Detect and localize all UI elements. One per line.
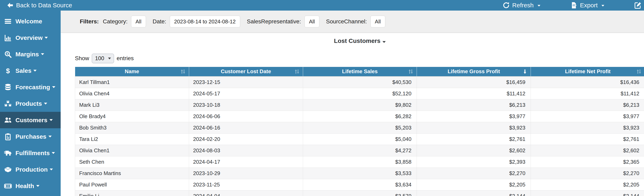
chevron-down-icon [538,5,540,6]
column-header-lifetime-gross-profit[interactable]: Lifetime Gross Profit [417,67,531,76]
table-row: Bob Smith32024-06-16$5,203$3,923$3,923 [75,122,644,133]
salesrepresentative-filter-button[interactable]: All [304,16,319,27]
cell-name: Karl Tillman1 [75,76,189,88]
sidebar-item-products[interactable]: Products [0,95,61,112]
sidebar-item-forecasting[interactable]: Forecasting [0,79,61,95]
cell-lifetime_sales: $3,570 [303,190,417,196]
id-card-icon [3,183,12,190]
cell-lifetime_net_profit: $3,923 [531,122,644,133]
sourcechannel-filter-button[interactable]: All [370,16,385,27]
cell-name: Mark Li3 [75,99,189,111]
sidebar-item-fulfillments[interactable]: Fulfillments [0,145,61,161]
chevron-down-icon [44,37,48,39]
cell-lifetime_gross_profit: $2,270 [417,168,531,179]
column-header-customer-lost-date[interactable]: Customer Lost Date [189,67,303,76]
cell-lifetime_sales: $9,802 [303,99,417,111]
column-label: Name [125,68,139,74]
cell-lifetime_net_profit: $2,602 [531,145,644,156]
chevron-down-icon [36,185,40,187]
sidebar-item-margins[interactable]: $Margins [0,46,61,62]
svg-text:$: $ [6,52,8,55]
table-row: Mark Li32023-10-18$9,802$6,213$6,213 [75,99,644,111]
sort-icon [294,68,300,75]
cell-lifetime_gross_profit: $16,459 [417,76,531,88]
sidebar-item-overview[interactable]: Overview [0,29,61,46]
cell-name: Seth Chen [75,156,189,168]
filter-label: SourceChannel: [326,18,367,25]
column-header-name[interactable]: Name [75,67,189,76]
sidebar-item-label: Overview [16,34,42,41]
cell-lifetime_sales: $3,533 [303,168,417,179]
table-row: Olivia Chen12024-08-03$4,272$2,602$2,602 [75,145,644,156]
cell-lifetime_net_profit: $6,213 [531,99,644,111]
sidebar-item-welcome[interactable]: Welcome [0,13,61,29]
cell-lost_date: 2024-08-03 [189,145,303,156]
column-header-lifetime-sales[interactable]: Lifetime Sales [303,67,417,76]
cell-lifetime_net_profit: $3,977 [531,111,644,122]
chevron-down-icon [48,136,52,137]
table-row: Olivia Chen42024-05-17$52,120$11,412$11,… [75,88,644,99]
topbar-actions: RefreshExportEdit [503,2,644,9]
cell-lifetime_sales: $5,040 [303,133,417,145]
refresh-button[interactable]: Refresh [503,2,540,9]
users-icon [3,117,12,124]
filter-label: Category: [103,18,128,25]
cell-lifetime_sales: $4,272 [303,145,417,156]
sidebar-item-customers[interactable]: Customers [0,112,61,128]
cell-lifetime_sales: $3,634 [303,179,417,190]
back-to-data-source-button[interactable]: Back to Data Source [7,2,72,9]
category-filter: Category:All [103,16,146,27]
cell-lifetime_net_profit: $2,144 [531,190,644,196]
export-button[interactable]: Export [570,2,604,9]
sidebar-item-purchases[interactable]: Purchases [0,128,61,145]
sort-descending-icon [522,68,528,75]
column-label: Lifetime Net Profit [565,68,610,74]
sort-icon [408,68,414,75]
filters-label: Filters: [80,18,99,25]
cell-lifetime_sales: $6,282 [303,111,417,122]
cell-lifetime_sales: $5,203 [303,122,417,133]
date-filter-button[interactable]: 2023-08-14 to 2024-08-12 [170,16,240,27]
page-title: Lost Customers [334,37,380,44]
sidebar-item-production[interactable]: Production [0,161,61,178]
dollar-icon: $ [3,67,12,74]
cell-name: Olivia Chen1 [75,145,189,156]
sidebar-item-sales[interactable]: $Sales [0,62,61,79]
filter-bar: Filters: Category:AllDate:2023-08-14 to … [61,10,644,33]
filter-label: Date: [153,18,166,25]
export-icon [570,2,578,9]
cell-lifetime_sales: $3,858 [303,156,417,168]
cell-lifetime_gross_profit: $2,602 [417,145,531,156]
search-dollar-icon: $ [3,51,12,58]
cell-lost_date: 2023-12-15 [189,76,303,88]
page-size-select[interactable]: 100 [92,54,114,63]
sidebar: WelcomeOverview$Margins$SalesForecasting… [0,10,61,196]
column-label: Lifetime Sales [342,68,378,74]
topbar: Back to Data Source RefreshExportEdit [0,0,644,10]
sidebar-item-health[interactable]: Health [0,178,61,194]
sidebar-item-label: Welcome [16,18,42,25]
chevron-down-icon [52,86,55,88]
cell-lifetime_gross_profit: $2,761 [417,133,531,145]
database-icon [3,84,12,91]
cell-lifetime_sales: $40,530 [303,76,417,88]
sidebar-item-label: Margins [16,51,39,58]
truck-icon [3,150,12,157]
table-header: NameCustomer Lost DateLifetime SalesLife… [75,67,644,76]
sidebar-item-label: Products [16,100,42,107]
box-open-icon [3,166,12,173]
cell-lifetime_gross_profit: $6,213 [417,99,531,111]
column-header-lifetime-net-profit[interactable]: Lifetime Net Profit [531,67,644,76]
chevron-down-icon [602,5,604,6]
edit-button[interactable]: Edit [634,2,644,9]
bar-chart-icon [3,34,12,41]
cell-lifetime_gross_profit: $2,393 [417,156,531,168]
content: Filters: Category:AllDate:2023-08-14 to … [61,10,644,196]
report-selector[interactable]: Lost Customers [75,37,644,45]
category-filter-button[interactable]: All [131,16,146,27]
chevron-down-icon [50,119,53,121]
cell-name: Paul Powell [75,179,189,190]
sidebar-item-label: Production [16,166,48,173]
cell-name: Bob Smith3 [75,122,189,133]
table-row: Paul Powell2023-11-25$3,634$2,205$2,205 [75,179,644,190]
